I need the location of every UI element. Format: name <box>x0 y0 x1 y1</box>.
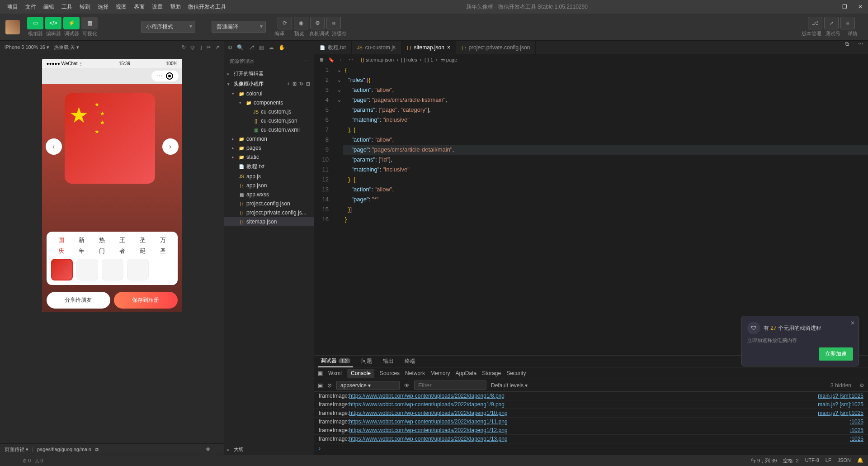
bookmark-icon[interactable]: 🔖 <box>328 57 335 63</box>
notifications-icon[interactable]: 🔔 <box>857 457 863 464</box>
editor-tab[interactable]: JScu-custom.js <box>352 41 401 54</box>
warnings-count[interactable]: △ 0 <box>35 458 43 464</box>
editor-toggle[interactable]: </> <box>45 17 61 29</box>
tree-folder[interactable]: ▾📁colorui <box>224 89 314 98</box>
context-select[interactable]: appservice ▾ <box>336 381 400 390</box>
mode-select[interactable]: 小程序模式 <box>141 21 195 33</box>
compile-select[interactable]: 普通编译 <box>212 21 266 33</box>
project-section[interactable]: ▾头像框小程序 + ⊞ ↻ ⊟ <box>224 79 314 89</box>
category-item[interactable]: 圣 <box>160 247 166 255</box>
preview-button[interactable]: ◉ <box>294 17 308 29</box>
cursor-position[interactable]: 行 9，列 39 <box>751 457 777 464</box>
menu-item[interactable]: 微信开发者工具 <box>184 2 230 12</box>
inspect-icon[interactable]: ▣ <box>318 382 323 389</box>
user-avatar[interactable] <box>5 20 20 34</box>
errors-count[interactable]: ⊘ 0 <box>23 458 31 464</box>
hot-reload-select[interactable]: 热重载 关 ▾ <box>54 44 79 51</box>
new-folder-icon[interactable]: ⊞ <box>292 81 297 87</box>
tree-file[interactable]: {}cu-custom.json <box>224 116 314 125</box>
menu-item[interactable]: 编辑 <box>40 2 58 12</box>
editor-tab[interactable]: 📄教程.txt <box>314 41 352 54</box>
close-app-icon[interactable] <box>166 72 173 80</box>
indent-setting[interactable]: 空格: 2 <box>783 457 798 464</box>
frame-thumb[interactable] <box>127 259 149 281</box>
menu-item[interactable]: 文件 <box>22 2 40 12</box>
problems-tab[interactable]: 问题 <box>359 356 375 367</box>
tree-file[interactable]: JSapp.js <box>224 172 314 181</box>
list-icon[interactable]: ≣ <box>320 57 324 63</box>
tree-file[interactable]: {}project.config.json <box>224 199 314 208</box>
devtools-tab-appdata[interactable]: AppData <box>455 370 476 376</box>
eye-icon[interactable]: 👁 <box>206 447 211 452</box>
sim-detach-icon[interactable]: ↗ <box>215 44 219 50</box>
category-item[interactable]: 国 <box>58 236 64 244</box>
menu-item[interactable]: 帮助 <box>166 2 184 12</box>
menu-item[interactable]: 项目 <box>4 2 22 12</box>
tree-file[interactable]: JScu-custom.js <box>224 107 314 116</box>
category-item[interactable]: 热 <box>99 236 105 244</box>
log-levels-select[interactable]: Default levels ▾ <box>491 382 528 389</box>
compile-button[interactable]: ⟳ <box>278 17 292 29</box>
tree-folder[interactable]: ▾📁components <box>224 98 314 107</box>
debugger-toggle[interactable]: ⚡ <box>63 17 80 29</box>
eol[interactable]: LF <box>826 457 831 464</box>
clear-console-icon[interactable]: ⊘ <box>327 382 332 389</box>
version-control-button[interactable]: ⎇ <box>808 17 822 29</box>
eye-filter-icon[interactable]: 👁 <box>404 382 410 389</box>
debugger-tab[interactable]: 调试器1.2 <box>318 355 353 367</box>
search-icon[interactable]: 🔍 <box>237 44 244 51</box>
tree-file[interactable]: ▦cu-custom.wxml <box>224 125 314 134</box>
refresh-tree-icon[interactable]: ↻ <box>299 81 303 87</box>
sim-refresh-icon[interactable]: ↻ <box>182 44 186 50</box>
capsule-button[interactable]: ⋯ <box>151 71 179 81</box>
extensions-icon[interactable]: ▦ <box>259 44 264 51</box>
menu-item[interactable]: 视图 <box>112 2 130 12</box>
category-item[interactable]: 诞 <box>140 247 146 255</box>
menu-item[interactable]: 设置 <box>148 2 166 12</box>
outline-section[interactable]: ▸大纲 <box>224 444 314 455</box>
new-file-icon[interactable]: + <box>287 81 290 87</box>
category-item[interactable]: 万 <box>160 236 166 244</box>
explorer-more-icon[interactable]: ⋯ <box>303 58 308 64</box>
tree-folder[interactable]: ▸📁pages <box>224 143 314 152</box>
menu-item[interactable]: 界面 <box>130 2 148 12</box>
language-mode[interactable]: JSON <box>838 457 851 464</box>
console-settings-icon[interactable]: ⚙ <box>859 382 864 389</box>
visual-toggle[interactable]: ▦ <box>81 17 98 29</box>
accelerate-button[interactable]: 立即加速 <box>819 347 853 361</box>
clear-cache-button[interactable]: ≋ <box>326 17 341 29</box>
files-icon[interactable]: ⧉ <box>228 44 232 51</box>
editor-more-icon[interactable]: ⋯ <box>854 41 868 54</box>
menu-item[interactable]: 选择 <box>94 2 112 12</box>
devtools-tab-console[interactable]: Console <box>347 369 374 378</box>
next-frame-button[interactable]: › <box>162 138 179 155</box>
save-button[interactable]: 保存到相册 <box>114 292 178 309</box>
remote-debug-button[interactable]: ⚙ <box>310 17 325 29</box>
sim-target-icon[interactable]: ◎ <box>190 44 195 50</box>
copy-path-icon[interactable]: ⧉ <box>95 447 99 452</box>
more-icon[interactable]: ⋯ <box>214 447 219 452</box>
tree-file[interactable]: 📄教程.txt <box>224 162 314 172</box>
editor-tab[interactable]: { }sitemap.json× <box>401 41 456 54</box>
category-item[interactable]: 庆 <box>58 247 64 255</box>
details-button[interactable]: ≡ <box>840 17 855 29</box>
frame-thumb[interactable] <box>76 259 98 281</box>
devtools-tab-storage[interactable]: Storage <box>482 370 501 376</box>
terminal-tab[interactable]: 终端 <box>402 356 418 367</box>
output-tab[interactable]: 输出 <box>380 356 396 367</box>
simulator-toggle[interactable]: ▭ <box>27 17 43 29</box>
back-icon[interactable]: ← <box>339 57 344 63</box>
devtools-tab-memory[interactable]: Memory <box>430 370 450 376</box>
console-filter-input[interactable] <box>414 380 486 390</box>
menu-item[interactable]: 工具 <box>58 2 76 12</box>
popup-close-button[interactable]: ✕ <box>850 320 855 326</box>
category-item[interactable]: 年 <box>79 247 85 255</box>
tree-file[interactable]: ▦app.wxss <box>224 190 314 199</box>
page-path-label[interactable]: 页面路径 ▾ <box>5 446 28 453</box>
test-account-button[interactable]: ↗ <box>824 17 839 29</box>
console-prompt[interactable]: › <box>314 443 868 453</box>
frame-thumb[interactable] <box>102 259 123 281</box>
device-select[interactable]: iPhone 5 100% 16 ▾ <box>5 44 49 50</box>
category-item[interactable]: 门 <box>99 247 105 255</box>
maximize-button[interactable]: ❐ <box>840 4 849 10</box>
